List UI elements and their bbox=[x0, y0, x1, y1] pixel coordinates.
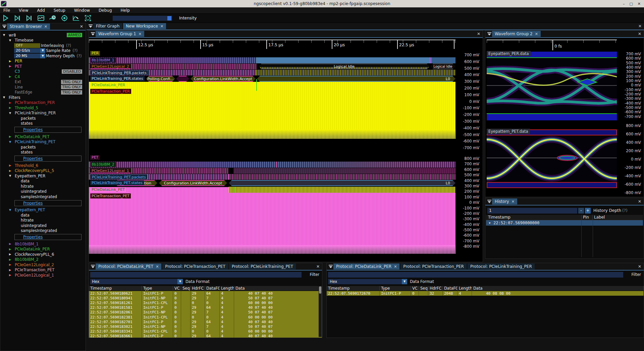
scrollbar-thumb[interactable] bbox=[319, 286, 321, 294]
tree-expander-icon[interactable]: ▶ bbox=[9, 164, 14, 167]
tree-item[interactable]: data bbox=[0, 213, 86, 218]
window-menu-icon[interactable] bbox=[90, 32, 96, 36]
column-header[interactable]: Type bbox=[380, 286, 411, 291]
tree-item[interactable]: ▶ PER bbox=[0, 59, 86, 64]
tree-expander-icon[interactable]: ▼ bbox=[3, 96, 8, 99]
tree-item[interactable]: ▶ PCIeGen12Logical_2 bbox=[0, 262, 86, 268]
column-header[interactable]: Timestamp bbox=[89, 286, 142, 291]
tree-item[interactable]: OFF Interleaving (?) bbox=[0, 43, 86, 48]
tree-item[interactable]: ▶ PCIeGen12Logical_1 bbox=[0, 273, 86, 278]
menu-help[interactable]: Help bbox=[121, 8, 130, 13]
dropdown-arrow-icon[interactable]: ▼ bbox=[177, 279, 183, 284]
tree-item[interactable]: Line TRIG ONLY bbox=[0, 84, 86, 90]
clear-sweeps-button[interactable] bbox=[72, 14, 80, 22]
column-header[interactable]: DataFC bbox=[205, 286, 220, 291]
column-header[interactable]: Type bbox=[142, 286, 173, 291]
intensity-slider[interactable] bbox=[113, 16, 172, 21]
tree-item[interactable]: Properties bbox=[14, 156, 82, 162]
tab-protocol-linktraining-pet[interactable]: Protocol: PCIeLinkTraining_PET bbox=[229, 264, 296, 270]
tree-item[interactable]: packets bbox=[0, 116, 86, 121]
tree-expander-icon[interactable]: ▼ bbox=[9, 174, 14, 177]
tree-expander-icon[interactable]: ▶ bbox=[9, 269, 14, 272]
tree-item[interactable]: FastEdge TRIG ONLY bbox=[0, 90, 86, 95]
tree-item[interactable]: Properties bbox=[14, 127, 82, 133]
tree-item[interactable]: ▶ Threshold_6 bbox=[0, 163, 86, 168]
tree-expander-icon[interactable]: ▶ bbox=[9, 106, 14, 109]
protocol-row[interactable]: 22:52:07.5690183661 InitFC1-P 0 29 64 4 … bbox=[89, 334, 322, 338]
per-waveform-area[interactable]: Logical Idle Logical Idle Polling.Confi.… bbox=[89, 51, 455, 262]
data-format-select[interactable]: Hex bbox=[328, 279, 402, 284]
tree-value-box[interactable]: 20 GS/s bbox=[14, 48, 40, 53]
force-trigger-button[interactable] bbox=[25, 14, 33, 22]
column-header[interactable]: VC bbox=[411, 286, 419, 291]
tree-item[interactable]: data bbox=[0, 179, 86, 184]
help-icon[interactable]: (?) bbox=[72, 48, 77, 53]
tree-expander-icon[interactable]: ▶ bbox=[9, 65, 14, 68]
channel-label-gen12logical1[interactable]: PCIeGen12Logical_1 bbox=[90, 168, 130, 173]
tree-item[interactable]: ▶ PCIeDataLink_PER bbox=[0, 247, 86, 252]
protocol-row[interactable]: 22:52:07.5690182061 InitFC1-NP 0 29 7 4 … bbox=[89, 310, 322, 315]
scrollbar[interactable] bbox=[319, 286, 322, 337]
dropdown-arrow-icon[interactable]: ▼ bbox=[40, 54, 45, 58]
column-header[interactable]: Data bbox=[472, 286, 644, 291]
tree-item[interactable]: states bbox=[0, 150, 86, 155]
tree-item[interactable]: ▶ PET bbox=[0, 64, 86, 69]
maximize-button[interactable]: ▢ bbox=[629, 2, 633, 6]
channel-label-linktraining-pet-packets[interactable]: PCIeLinkTraining_PET.packets bbox=[90, 174, 148, 179]
tree-expander-icon[interactable]: ▶ bbox=[9, 263, 14, 266]
column-header[interactable]: Seq bbox=[419, 286, 428, 291]
tree-item[interactable]: ▶ ClockRecoveryPLL_6 bbox=[0, 252, 86, 257]
fullscreen-button[interactable] bbox=[84, 14, 92, 22]
tree-expander-icon[interactable]: ▶ bbox=[9, 101, 14, 104]
tab-close-icon[interactable]: ✕ bbox=[394, 265, 397, 269]
tab-waveform-group-1[interactable]: Waveform Group 1 ✕ bbox=[96, 31, 144, 37]
tab-close-icon[interactable]: ✕ bbox=[512, 199, 515, 204]
column-header[interactable]: VC bbox=[173, 286, 181, 291]
protocol-row[interactable]: 22:52:07.5690182381 InitFC1-CPL 0 0 0 4 … bbox=[89, 315, 322, 319]
protocol-row[interactable]: 22:52:07.5690172670 InitFC1-P 0 32 2048 … bbox=[327, 291, 644, 296]
single-trigger-button[interactable] bbox=[14, 14, 21, 22]
tree-expander-icon[interactable]: ▶ bbox=[9, 248, 14, 251]
tree-item[interactable]: states bbox=[0, 121, 86, 126]
protocol-filter-input[interactable] bbox=[90, 272, 302, 278]
tree-item[interactable]: ▶ PCIeDataLink_PET bbox=[0, 134, 86, 139]
window-menu-icon[interactable] bbox=[88, 24, 93, 28]
window-menu-icon[interactable] bbox=[90, 265, 96, 269]
channel-label-transaction-per[interactable]: PCIeTransaction_PER bbox=[90, 89, 131, 94]
tree-expander-icon[interactable]: ▶ bbox=[9, 60, 14, 63]
channel-label-transaction-pet[interactable]: PCIeTransaction_PET bbox=[90, 193, 131, 198]
history-row[interactable]: ▼ 22:52:07.5690000000 bbox=[486, 220, 643, 226]
tab-protocol-datalink-per[interactable]: Protocol: PCIeDataLink_PER ✕ bbox=[333, 264, 399, 270]
menu-add[interactable]: Add bbox=[37, 8, 45, 13]
column-header[interactable]: Length bbox=[220, 286, 234, 291]
tab-history[interactable]: History ✕ bbox=[492, 198, 517, 204]
protocol-row[interactable]: 22:52:07.5690181261 InitFC1-CPL 0 0 0 4 … bbox=[89, 300, 322, 305]
tab-waveform-group-2[interactable]: Waveform Group 2 ✕ bbox=[492, 31, 541, 37]
panel-close-icon[interactable]: ✕ bbox=[80, 24, 83, 29]
menu-setup[interactable]: Setup bbox=[54, 8, 65, 13]
tree-item[interactable]: ▶ C4 bbox=[0, 74, 86, 79]
channel-label-8b10bIBM1[interactable]: 8b10bIBM_1 bbox=[90, 58, 116, 63]
workspace-close-icon[interactable]: ✕ bbox=[638, 24, 642, 28]
run-button[interactable] bbox=[2, 14, 9, 22]
tree-item[interactable]: ▼ wr8 ARMED bbox=[0, 33, 86, 38]
tree-item[interactable]: hitrate bbox=[0, 184, 86, 189]
help-icon[interactable]: (?) bbox=[622, 208, 628, 213]
eyepattern-per-plot[interactable] bbox=[487, 52, 617, 120]
channel-label-datalink-per[interactable]: PCIeDataLink_PER bbox=[90, 82, 126, 87]
tree-item[interactable]: ▼ Eyepattern_PER bbox=[0, 173, 86, 179]
column-header[interactable]: DataFC bbox=[443, 286, 458, 291]
window-menu-icon[interactable] bbox=[487, 32, 492, 36]
tree-item[interactable]: ▶ PCIeTransaction_PER bbox=[0, 100, 86, 106]
tree-item[interactable]: uisIntegrated bbox=[0, 223, 86, 228]
protocol-filter-input[interactable] bbox=[328, 272, 623, 278]
protocol-row[interactable]: 22:52:07.5690183021 InitFC1-NP 0 29 7 4 … bbox=[89, 324, 322, 329]
tree-expander-icon[interactable]: ▼ bbox=[9, 39, 14, 42]
panel-close-icon[interactable]: ✕ bbox=[638, 199, 641, 204]
column-header[interactable]: Length bbox=[458, 286, 472, 291]
tree-expander-icon[interactable]: ▼ bbox=[9, 140, 14, 143]
tab-close-icon[interactable]: ✕ bbox=[139, 32, 142, 36]
menu-debug[interactable]: Debug bbox=[99, 8, 112, 13]
intensity-slider-handle[interactable] bbox=[167, 16, 171, 20]
window-menu-icon[interactable] bbox=[487, 200, 492, 203]
